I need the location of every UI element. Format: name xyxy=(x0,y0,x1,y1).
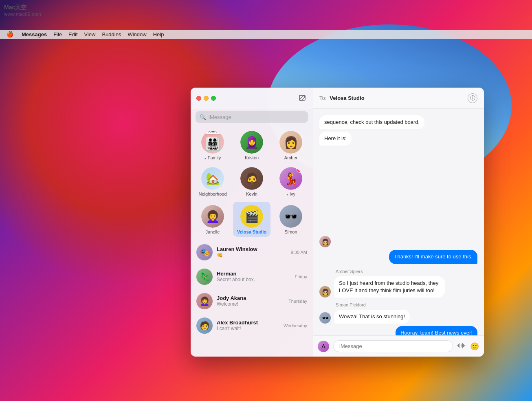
sidebar-titlebar xyxy=(191,88,313,109)
conv-alex[interactable]: 🧑 Alex Broadhurst I can't wait! Wednesda… xyxy=(191,313,313,338)
jody-info: Jody Akana Welcome! xyxy=(217,295,284,307)
jody-name: Jody Akana xyxy=(217,295,284,301)
neighborhood-avatar-wrap: 🏡 xyxy=(201,167,224,190)
neighborhood-avatar: 🏡 xyxy=(201,167,224,190)
jody-time: Thursday xyxy=(288,299,307,304)
jody-preview: Welcome! xyxy=(217,301,284,307)
pinned-family[interactable]: Home! 👨‍👩‍👧‍👦 ● Family xyxy=(194,128,231,162)
msg-here: Here it is: xyxy=(319,132,477,145)
lauren-preview: 👊 xyxy=(217,252,287,258)
sidebar: 🔍 iMessage Home! 👨‍👩‍👧‍👦 ● Family xyxy=(191,88,313,357)
amber-sender-label: Amber Spiers xyxy=(336,269,477,274)
amber-avatar-wrap: 👩 xyxy=(279,131,302,154)
msg-storyboard-row: 👩 +5 xyxy=(319,148,477,247)
apple-menu[interactable]: 🍎 xyxy=(3,31,17,37)
menubar-buddies[interactable]: Buddies xyxy=(99,31,124,37)
fullscreen-button[interactable] xyxy=(211,96,216,101)
chat-to-label: To: xyxy=(319,95,326,101)
menubar-help[interactable]: Help xyxy=(150,31,167,37)
herman-name: Herman xyxy=(217,271,290,277)
msg-hooray: Hooray, team! Best news ever! xyxy=(396,326,477,335)
chat-to-name: Velosa Studio xyxy=(330,95,464,101)
menubar-messages[interactable]: Messages xyxy=(18,31,50,37)
neighborhood-label: Neighborhood xyxy=(198,192,226,197)
simon-sender-avatar: 🕶️ xyxy=(319,312,331,324)
watermark-url: www.mac89.com xyxy=(4,11,41,17)
simon-avatar-wrap: 🕶️ xyxy=(279,205,302,228)
search-bar[interactable]: 🔍 iMessage xyxy=(196,111,308,123)
msg-sequence: sequence, check out this updated board. xyxy=(319,115,477,129)
msg-amber-text: So I just heard from the studio heads, t… xyxy=(334,276,445,297)
msg-amber-row: 👩 So I just heard from the studio heads,… xyxy=(319,276,477,297)
audio-wave-icon[interactable] xyxy=(457,342,466,350)
velosa-avatar-wrap: 🎬 xyxy=(240,205,263,228)
emoji-button[interactable]: 🙂 xyxy=(470,342,479,351)
alex-avatar: 🧑 xyxy=(196,317,213,334)
chat-input-bar: A 🙂 xyxy=(313,335,484,357)
simon-avatar: 🕶️ xyxy=(279,205,302,228)
msg-simon-row: 🕶️ Wowza! That is so stunning! xyxy=(319,310,477,324)
lauren-time: 9:30 AM xyxy=(291,250,307,255)
chat-info-button[interactable]: ⓘ xyxy=(468,93,477,103)
kristen-avatar-wrap: 🧕 xyxy=(240,131,263,154)
janelle-avatar: 👩‍🦱 xyxy=(201,205,224,228)
janelle-avatar-wrap: 👩‍🦱 xyxy=(201,205,224,228)
menubar-edit[interactable]: Edit xyxy=(65,31,81,37)
velosa-label: Velosa Studio xyxy=(237,229,266,235)
minimize-button[interactable] xyxy=(204,96,209,101)
family-label: ● Family xyxy=(204,155,221,161)
amber-label: Amber xyxy=(284,155,297,161)
menubar-view[interactable]: View xyxy=(81,31,99,37)
conv-herman[interactable]: 🦎 Herman Secret about box. Friday xyxy=(191,264,313,289)
pinned-simon[interactable]: 🕶️ Simon xyxy=(272,202,310,236)
simon-sender-label: Simon Pickford xyxy=(336,302,477,307)
janelle-label: Janelle xyxy=(206,229,220,235)
close-button[interactable] xyxy=(196,96,201,101)
watermark-logo: Mac天空 xyxy=(4,4,41,11)
herman-time: Friday xyxy=(295,274,307,279)
msg-sequence-text: sequence, check out this updated board. xyxy=(319,115,424,129)
lauren-info: Lauren Winslow 👊 xyxy=(217,246,287,258)
velosa-avatar: 🎬 xyxy=(240,205,263,228)
family-avatar-wrap: Home! 👨‍👩‍👧‍👦 xyxy=(201,131,224,154)
pinned-amber[interactable]: 👩 Amber xyxy=(272,128,310,162)
kristen-label: Kristen xyxy=(245,155,259,161)
menubar-file[interactable]: File xyxy=(50,31,65,37)
conv-lauren[interactable]: 🎭 Lauren Winslow 👊 9:30 AM xyxy=(191,240,313,264)
pinned-velosa[interactable]: 🎬 Velosa Studio xyxy=(233,202,270,236)
family-avatar: Home! 👨‍👩‍👧‍👦 xyxy=(201,131,224,154)
msg-thanks-row: Thanks! I'll make sure to use this. xyxy=(319,250,477,264)
search-icon: 🔍 xyxy=(200,114,206,120)
msg-simon-text: Wowza! That is so stunning! xyxy=(334,310,410,324)
watermark: Mac天空 www.mac89.com xyxy=(4,4,41,17)
alex-name: Alex Broadhurst xyxy=(217,319,279,326)
alex-info: Alex Broadhurst I can't wait! xyxy=(217,319,279,331)
amber-avatar: 👩 xyxy=(279,131,302,154)
msg-thanks: Thanks! I'll make sure to use this. xyxy=(389,250,477,264)
msg-hooray-row: Hooray, team! Best news ever! xyxy=(319,326,477,335)
pinned-kevin[interactable]: 🧔 Kevin xyxy=(233,164,270,198)
alex-time: Wednesday xyxy=(284,323,307,328)
pinned-contacts-grid: Home! 👨‍👩‍👧‍👦 ● Family 🧕 Kristen xyxy=(191,126,313,200)
conv-jody[interactable]: 👩‍🦱 Jody Akana Welcome! Thursday xyxy=(191,289,313,313)
msg-here-text: Here it is: xyxy=(319,132,352,145)
lauren-avatar: 🎭 xyxy=(196,244,213,260)
chat-input-field[interactable] xyxy=(333,340,453,352)
chat-input-avatar: A xyxy=(318,341,329,352)
compose-button[interactable] xyxy=(297,93,307,103)
pinned-neighborhood[interactable]: 🏡 Neighborhood xyxy=(194,164,231,198)
menubar: 🍎 Messages File Edit View Buddies Window… xyxy=(0,30,532,39)
pinned-janelle[interactable]: 👩‍🦱 Janelle xyxy=(194,202,231,236)
chat-messages: sequence, check out this updated board. … xyxy=(313,109,484,335)
pinned-kristen[interactable]: 🧕 Kristen xyxy=(233,128,270,162)
conversation-list: 🎭 Lauren Winslow 👊 9:30 AM 🦎 Herman Secr… xyxy=(191,238,313,357)
ivy-avatar-wrap: 💃 ❤️ xyxy=(279,167,302,190)
herman-preview: Secret about box. xyxy=(217,277,290,282)
home-badge: Home! xyxy=(203,131,222,134)
menubar-window[interactable]: Window xyxy=(124,31,149,37)
chat-panel: To: Velosa Studio ⓘ sequence, check out … xyxy=(313,88,484,357)
simon-label: Simon xyxy=(284,229,297,235)
kristen-avatar: 🧕 xyxy=(240,131,263,154)
herman-avatar: 🦎 xyxy=(196,269,213,285)
pinned-ivy[interactable]: 💃 ❤️ ● Ivy xyxy=(272,164,310,198)
